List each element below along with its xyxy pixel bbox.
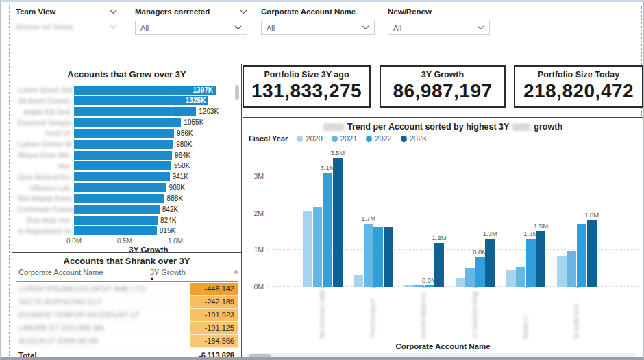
legend-dot-icon: [332, 136, 338, 142]
trend-bar-2020[interactable]: [506, 270, 516, 287]
trend-scrollbar-thumb[interactable]: [249, 354, 271, 357]
axis-tick: [524, 287, 529, 288]
trend-chart-scrollbar[interactable]: [247, 353, 636, 358]
trend-bar-2022[interactable]: [425, 285, 434, 287]
team-view-chevron-icon[interactable]: [110, 10, 117, 14]
legend-item-2020[interactable]: 2020: [297, 134, 322, 143]
filter-corporate-account-name: Corporate Account Name All: [261, 6, 375, 17]
trend-bar-2021[interactable]: [364, 224, 373, 287]
kpi-portfolio-today: Portfolio Size Today 218,820,472: [514, 65, 643, 108]
grew-bar[interactable]: [74, 129, 174, 138]
trend-bar-2020[interactable]: [404, 285, 414, 287]
trend-bar-2022[interactable]: [323, 173, 332, 287]
corporate-dropdown[interactable]: All: [261, 21, 375, 35]
grew-bar[interactable]: [74, 226, 157, 235]
column-header-account-name[interactable]: Corporate Account Name: [18, 268, 103, 276]
table-row[interactable]: LABORE ET DOLORE MA-191,125: [16, 322, 238, 335]
grew-bar[interactable]: 1397K: [74, 86, 216, 95]
trend-bar-2022[interactable]: [526, 239, 536, 287]
grew-chart-scrollbar[interactable]: [235, 85, 239, 235]
kpi-value: 218,820,472: [515, 80, 642, 102]
grew-bar-value-label: 1397K: [193, 86, 213, 94]
table-row[interactable]: LOREM IPSUMA DOLORSIT AME CTU-448,142: [16, 283, 238, 296]
corporate-label: Corporate Account Name: [261, 8, 356, 16]
trend-bar-2022[interactable]: [373, 227, 383, 287]
grew-bar-value-label: 824K: [160, 217, 176, 224]
grew-bar[interactable]: [74, 151, 172, 160]
table-row[interactable]: EIUSMOD TEMPOR INCIDIDUNT UT-191,923: [16, 309, 238, 322]
account-name-redacted: LOREM IPSUMA DOLORSIT AME CTU: [16, 283, 190, 296]
trend-bar-2022[interactable]: [475, 257, 485, 287]
table-row[interactable]: SECTE ADIPISCING ELIT-242,189: [16, 296, 238, 309]
managers-dropdown[interactable]: All: [135, 21, 247, 35]
grew-bar[interactable]: [74, 183, 166, 192]
trend-bar-2021[interactable]: [465, 268, 475, 287]
trend-cluster: 1.7M: [354, 147, 393, 287]
grew-bar-row: In Reprehend Vo815K: [18, 226, 233, 236]
grew-bar[interactable]: [74, 216, 158, 225]
account-name-redacted: SECTE ADIPISCING ELIT: [16, 296, 190, 309]
grew-bar-value-label: 888K: [167, 195, 183, 202]
grew-bar-track: 1397K: [74, 86, 233, 95]
axis-tick: [575, 287, 580, 288]
trend-bar-2020[interactable]: [354, 275, 363, 287]
account-name-redacted: LABORE ET DOLORE MA: [16, 322, 190, 335]
trend-bar-2021[interactable]: [567, 251, 577, 287]
grew-bar[interactable]: [74, 140, 173, 149]
growth-value-cell: -448,142: [190, 283, 238, 296]
trend-bar-2022[interactable]: [577, 224, 586, 287]
grew-bar[interactable]: [74, 118, 181, 127]
grew-bar[interactable]: 1325K: [74, 96, 208, 105]
legend-item-2022[interactable]: 2022: [366, 134, 391, 143]
grew-bar-track: 1325K: [74, 96, 233, 105]
grew-x-tick-label: 0.0M: [59, 237, 89, 245]
trend-bar-2023[interactable]: [333, 158, 343, 287]
grew-chart-plot: Lorem Ipsum Dol1397KSit Amet Consec1325K…: [18, 85, 233, 236]
grew-bar[interactable]: [74, 194, 164, 203]
trend-data-label: 3.5M: [325, 149, 351, 156]
grew-bar-value-label: 908K: [169, 184, 185, 191]
grew-scrollbar-thumb[interactable]: [235, 85, 239, 100]
accounts-shrank-table: Accounts that Shrank over 3Y Corporate A…: [12, 253, 242, 357]
legend-label: 2021: [340, 134, 357, 143]
grew-bar[interactable]: [74, 161, 171, 170]
trend-bar-2021[interactable]: [414, 285, 424, 287]
managers-dropdown-value: All: [140, 24, 149, 32]
trend-title-text: growth: [534, 122, 562, 132]
grew-bar-value-label: 980K: [176, 141, 192, 148]
grew-category-label-redacted: Adipis Elit Sed: [18, 108, 74, 116]
grew-bar-track: 980K: [74, 140, 233, 149]
grew-bar[interactable]: [74, 205, 160, 214]
trend-bar-2023[interactable]: [485, 239, 495, 287]
trend-bar-2021[interactable]: [516, 267, 525, 287]
kpi-value: 86,987,197: [381, 80, 504, 102]
new-renew-label: New/Renew: [388, 8, 432, 16]
grew-category-label-redacted: Commodo Conse: [18, 205, 74, 213]
trend-bar-2023[interactable]: [536, 231, 546, 287]
kpi-3y-growth: 3Y Growth 86,987,197: [380, 65, 506, 108]
column-header-3y-growth[interactable]: 3Y Growth: [150, 268, 186, 276]
trend-bar-2023[interactable]: [434, 243, 444, 287]
legend-item-2023[interactable]: 2023: [401, 134, 426, 143]
trend-bar-2020[interactable]: [557, 256, 567, 287]
trend-bar-2023[interactable]: [384, 227, 393, 287]
grew-bar[interactable]: [74, 172, 170, 181]
trend-x-category-redacted: Tmol Group P: [369, 289, 376, 339]
legend-item-2021[interactable]: 2021: [332, 134, 357, 143]
table-scrollbar-dot[interactable]: [234, 270, 238, 274]
grew-bar-value-label: 958K: [174, 162, 190, 169]
trend-bar-2020[interactable]: [456, 278, 465, 287]
account-name-redacted: EIUSMOD TEMPOR INCIDIDUNT UT: [16, 309, 190, 322]
team-view-value-row[interactable]: Xxxxxx xxi Xxxxx: [16, 23, 117, 31]
trend-bar-2021[interactable]: [313, 207, 323, 287]
corporate-dropdown-value: All: [267, 24, 275, 32]
trend-bar-2020[interactable]: [303, 211, 312, 287]
grew-category-label-redacted: Incid Ut: [18, 129, 74, 137]
trend-cluster: 1.3M1.5M: [506, 147, 546, 287]
trend-x-category-redacted: Ruelo A: [521, 289, 529, 339]
table-row[interactable]: ALIQUA UT ENIM AD MI-184,566: [16, 335, 238, 348]
new-renew-dropdown[interactable]: All: [388, 21, 490, 35]
grew-bar[interactable]: [74, 107, 196, 116]
managers-header-chevron-icon[interactable]: [240, 10, 247, 14]
trend-bar-2023[interactable]: [587, 220, 597, 287]
